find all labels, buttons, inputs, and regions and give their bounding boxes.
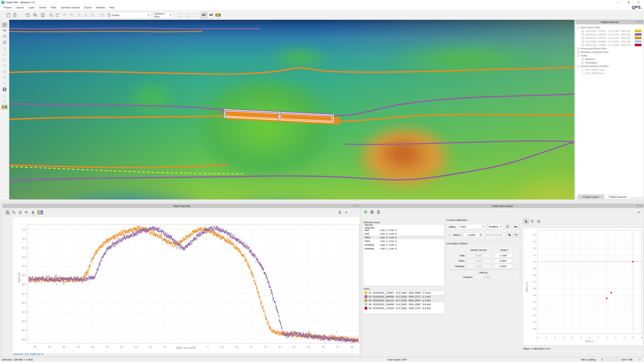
float-panel-icon[interactable]: ❐ bbox=[354, 204, 356, 207]
float-panel-icon[interactable]: ❐ bbox=[636, 204, 639, 207]
rms-plot-canvas[interactable] bbox=[537, 230, 642, 334]
close-button[interactable] bbox=[634, 0, 644, 5]
select-lasso-icon[interactable] bbox=[1, 63, 8, 69]
undo-offset-button[interactable] bbox=[513, 232, 519, 238]
tree-item[interactable]: Strategies bbox=[576, 61, 644, 64]
add-raw-sonar-icon[interactable] bbox=[24, 12, 31, 18]
select-rectangle-icon[interactable] bbox=[1, 51, 8, 57]
menu-layer[interactable]: Layer bbox=[26, 5, 37, 10]
process-button[interactable] bbox=[363, 209, 368, 215]
vertical-exaggeration-button[interactable] bbox=[337, 210, 343, 215]
depth-plot-area[interactable]: 77.578.078.579.079.580.080.581.081.582.0… bbox=[13, 217, 359, 353]
tab-project-sources[interactable]: Project Sources bbox=[605, 194, 631, 199]
filter-rect-dotted-icon[interactable] bbox=[184, 12, 191, 18]
minimize-button[interactable] bbox=[613, 0, 623, 5]
filter-expand-icon[interactable] bbox=[192, 12, 198, 18]
home-view-button[interactable] bbox=[18, 210, 23, 215]
settings-gears-icon[interactable] bbox=[48, 12, 54, 18]
layer-mesh-icon[interactable] bbox=[1, 28, 8, 33]
surface-locked-icon[interactable] bbox=[68, 12, 75, 18]
zoom-to-surface-icon[interactable] bbox=[1, 34, 8, 39]
head1-field[interactable]: 0.000° bbox=[494, 264, 512, 269]
tree-item[interactable]: 20191025_173524 - S-4 (240) - 0001.db bbox=[576, 43, 644, 47]
zoom-extents-icon[interactable] bbox=[1, 40, 8, 45]
add-grid-icon[interactable] bbox=[32, 12, 38, 18]
select-polygon-icon[interactable] bbox=[1, 57, 8, 63]
offset-slider-handle[interactable] bbox=[502, 233, 505, 237]
scatter-toggle-button[interactable] bbox=[201, 12, 208, 18]
tree-item[interactable]: Stations bbox=[576, 57, 644, 61]
collapse-chevron-icon[interactable] bbox=[343, 210, 349, 215]
sonar-swath-icon[interactable] bbox=[89, 12, 96, 18]
cluster-combo[interactable]: Cluster bbox=[110, 12, 151, 18]
tree-item[interactable]: 20191025_181124 - S-2 (120) - 0001.db bbox=[576, 36, 644, 40]
zoom-button[interactable] bbox=[11, 210, 17, 215]
tree-item[interactable]: 20191025_180039 - S-2 (120) - 0001.db bbox=[576, 33, 644, 36]
sonar-type-combo[interactable]: Multibea bbox=[488, 224, 503, 229]
close-panel-icon[interactable]: ✕ bbox=[640, 204, 642, 207]
sonar-single-icon[interactable] bbox=[82, 12, 89, 18]
selection-set-row[interactable]: HeadingLine: 1, Line: 4 bbox=[363, 247, 444, 250]
report-button[interactable] bbox=[376, 209, 381, 215]
selection-set-row[interactable]: RollLine: 4, Line: 5 bbox=[363, 232, 444, 236]
patch-selection[interactable] bbox=[222, 109, 340, 125]
surface-files-combo[interactable]: Surface's Files bbox=[153, 12, 173, 18]
offset-slider-track[interactable] bbox=[485, 235, 503, 236]
checked-checkbox[interactable] bbox=[582, 44, 584, 46]
head1-field[interactable]: 0.000° bbox=[494, 259, 512, 263]
edit-points-icon[interactable] bbox=[1, 81, 8, 86]
head1-angle-spinner[interactable]: +5.000° bbox=[464, 232, 480, 238]
unchecked-checkbox[interactable] bbox=[582, 72, 584, 74]
profile-tool-icon[interactable] bbox=[1, 92, 8, 98]
save-button[interactable] bbox=[369, 209, 375, 215]
sonar-beam-icon[interactable] bbox=[76, 12, 82, 18]
float-panel-icon[interactable]: ❐ bbox=[637, 20, 639, 23]
colormap-editor-icon[interactable] bbox=[1, 104, 8, 110]
line-row[interactable]: 01: 20191025_174537 - S-3 (180) - 0001 (… bbox=[363, 291, 444, 295]
surface-flat-icon[interactable] bbox=[61, 12, 68, 18]
checked-checkbox[interactable] bbox=[582, 33, 584, 36]
swath-display-dropdown[interactable]: ⌄ bbox=[30, 210, 36, 215]
edit-rectangle-icon[interactable] bbox=[1, 69, 8, 75]
tree-item[interactable]: SVP_00001.bsvp bbox=[576, 68, 644, 71]
measure-ruler-icon[interactable] bbox=[1, 98, 8, 104]
menu-dynamic-surface[interactable]: Dynamic Surface bbox=[58, 5, 82, 10]
export-database-icon[interactable] bbox=[40, 12, 46, 18]
lines-list[interactable]: 01: 20191025_174537 - S-3 (180) - 0001 (… bbox=[363, 291, 444, 314]
pan-globe-icon[interactable] bbox=[1, 87, 8, 92]
tree-item[interactable]: SVP_00002.bsvp bbox=[576, 71, 644, 75]
close-panel-icon[interactable]: ✕ bbox=[640, 20, 642, 23]
open-survey-icon[interactable] bbox=[12, 12, 18, 18]
rms-plot-area[interactable]: 0.00.10.20.30.40.50.60.70.80.91.01.11.21… bbox=[523, 228, 643, 345]
depth-scatter-canvas[interactable] bbox=[28, 224, 359, 343]
menu-source[interactable]: Source bbox=[14, 5, 26, 10]
selection-set-row[interactable]: PitchLine: 4, Line: 5 bbox=[363, 239, 444, 243]
checked-checkbox[interactable] bbox=[577, 26, 580, 29]
tree-item[interactable]: Tides bbox=[576, 54, 644, 57]
checked-checkbox[interactable] bbox=[582, 58, 584, 60]
menu-project[interactable]: Project bbox=[2, 5, 14, 10]
new-survey-icon[interactable] bbox=[5, 12, 12, 18]
checked-checkbox[interactable] bbox=[577, 54, 580, 57]
checked-checkbox[interactable] bbox=[577, 47, 580, 50]
selection-sets-list[interactable]: Manual selectionRollLine: 2, Line: 3Roll… bbox=[363, 224, 444, 286]
offset-type-combo[interactable]: Pitch bbox=[459, 224, 486, 229]
maximize-button[interactable] bbox=[623, 0, 634, 5]
checked-checkbox[interactable] bbox=[582, 40, 584, 43]
menu-tools[interactable]: Tools bbox=[48, 5, 58, 10]
line-row[interactable]: 04: 20191025_154040 - S-4 (240) - 0001 (… bbox=[363, 302, 444, 306]
colormap-dropdown-button[interactable]: ⌄ bbox=[215, 12, 221, 18]
point-size-dropdown-button[interactable]: ⌄ bbox=[208, 12, 215, 18]
head1-checkbox[interactable] bbox=[448, 233, 451, 236]
line-row[interactable]: 03: 20191025_181124 - S-2 (120) - 0001 (… bbox=[363, 299, 444, 302]
line-row[interactable]: 02: 20191025_180039 - S-2 (120) - 0001 (… bbox=[363, 295, 444, 299]
memory-plus-button[interactable]: M+ bbox=[513, 224, 519, 229]
zoom-button[interactable] bbox=[530, 219, 535, 224]
plot-colormap-button[interactable] bbox=[36, 210, 44, 215]
select-cursor-icon[interactable] bbox=[1, 45, 8, 51]
tree-item[interactable]: 20191025_154040 - S-4 (240) - 0001.db bbox=[576, 40, 644, 43]
refresh-offset-button[interactable] bbox=[505, 224, 510, 229]
tree-item[interactable]: 20191025_174537 - S-3 (180) - 0001.db bbox=[576, 29, 644, 33]
grid-view-icon[interactable] bbox=[1, 22, 8, 28]
calibration-settings-button[interactable] bbox=[506, 232, 512, 238]
